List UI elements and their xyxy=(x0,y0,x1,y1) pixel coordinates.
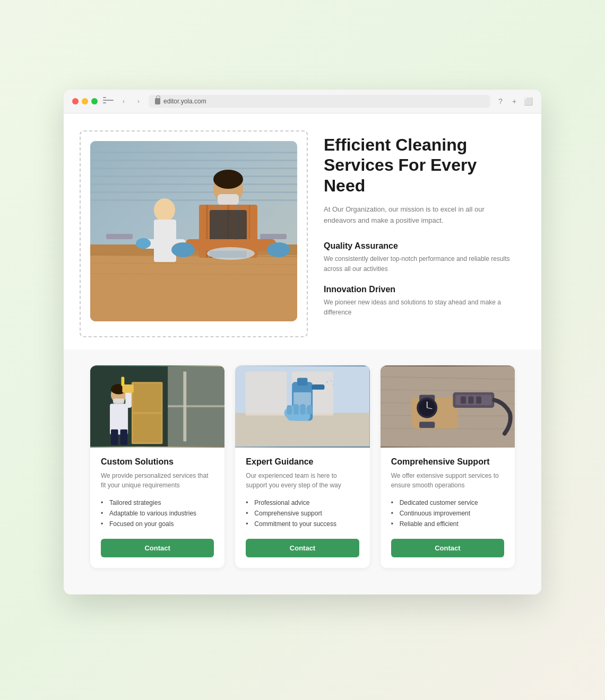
svg-rect-65 xyxy=(287,405,292,415)
add-tab-button[interactable]: + xyxy=(509,97,519,106)
svg-rect-68 xyxy=(307,405,313,415)
feature-innovation-title: Innovation Driven xyxy=(324,285,515,294)
browser-toolbar: ‹ › editor.yola.com ? + ⬜ xyxy=(64,90,541,113)
browser-actions: ? + ⬜ xyxy=(496,97,533,106)
extensions-button[interactable]: ⬜ xyxy=(523,97,533,106)
svg-rect-8 xyxy=(90,199,297,201)
svg-rect-85 xyxy=(461,397,466,404)
card-body-1: Custom Solutions We provide personalized… xyxy=(90,448,224,568)
sidebar-toggle-icon[interactable] xyxy=(103,97,114,106)
browser-window: ‹ › editor.yola.com ? + ⬜ xyxy=(64,90,541,595)
back-button[interactable]: ‹ xyxy=(119,97,128,106)
svg-rect-6 xyxy=(90,183,297,185)
svg-rect-53 xyxy=(246,372,287,416)
svg-rect-33 xyxy=(106,234,133,239)
svg-rect-87 xyxy=(476,397,481,404)
card-image-1 xyxy=(90,365,224,448)
card-desc-1: We provide personalized services that fi… xyxy=(101,471,214,490)
card-body-3: Comprehensive Support We offer extensive… xyxy=(381,448,515,568)
contact-button-1[interactable]: Contact xyxy=(101,539,214,557)
svg-point-59 xyxy=(326,381,329,383)
svg-point-17 xyxy=(136,238,151,249)
svg-rect-78 xyxy=(419,422,435,428)
card-list-1: Tailored strategies Adaptable to various… xyxy=(101,497,214,529)
svg-rect-1 xyxy=(90,141,297,247)
page-content: Efficient Cleaning Services For Every Ne… xyxy=(64,113,541,595)
svg-rect-34 xyxy=(260,234,287,239)
feature-quality-desc: We consistently deliver top-notch perfor… xyxy=(324,254,515,274)
browser-dots xyxy=(72,98,98,104)
contact-button-2[interactable]: Contact xyxy=(246,539,359,557)
svg-rect-67 xyxy=(300,404,306,414)
card-list-3: Dedicated customer service Continuous im… xyxy=(391,497,504,529)
svg-point-31 xyxy=(267,242,290,257)
svg-point-61 xyxy=(329,378,330,379)
cards-grid: Custom Solutions We provide personalized… xyxy=(90,365,515,568)
svg-rect-20 xyxy=(218,194,239,205)
feature-innovation: Innovation Driven We pioneer new ideas a… xyxy=(324,285,515,318)
svg-rect-40 xyxy=(133,383,161,412)
hero-text: Efficient Cleaning Services For Every Ne… xyxy=(324,135,515,329)
svg-point-14 xyxy=(154,198,175,222)
svg-rect-5 xyxy=(90,176,297,177)
svg-point-30 xyxy=(171,242,195,257)
card-title-1: Custom Solutions xyxy=(101,457,214,467)
svg-rect-46 xyxy=(111,430,118,445)
help-button[interactable]: ? xyxy=(496,97,505,106)
cards-section: Custom Solutions We provide personalized… xyxy=(64,349,541,594)
feature-quality: Quality Assurance We consistently delive… xyxy=(324,241,515,274)
card-image-2 xyxy=(235,365,369,448)
svg-rect-86 xyxy=(468,397,473,404)
feature-innovation-desc: We pioneer new ideas and solutions to st… xyxy=(324,298,515,318)
hero-image-container xyxy=(90,141,297,321)
svg-rect-66 xyxy=(293,404,299,414)
card-desc-3: We offer extensive support services to e… xyxy=(391,471,504,490)
dot-green[interactable] xyxy=(91,98,98,104)
card-image-3 xyxy=(381,365,515,448)
card-list-2: Professional advice Comprehensive suppor… xyxy=(246,497,359,529)
hero-section: Efficient Cleaning Services For Every Ne… xyxy=(64,113,541,350)
contact-button-3[interactable]: Contact xyxy=(391,539,504,557)
feature-quality-title: Quality Assurance xyxy=(324,241,515,251)
hero-title: Efficient Cleaning Services For Every Ne… xyxy=(324,135,515,196)
card-desc-2: Our experienced team is here to support … xyxy=(246,471,359,490)
list-item: Comprehensive support xyxy=(246,508,359,519)
hero-image xyxy=(90,141,297,321)
svg-rect-4 xyxy=(90,168,297,169)
svg-point-60 xyxy=(331,380,332,382)
svg-rect-58 xyxy=(312,384,325,390)
svg-point-19 xyxy=(213,170,243,189)
list-item: Tailored strategies xyxy=(101,497,214,508)
svg-rect-47 xyxy=(120,430,128,445)
list-item: Focused on your goals xyxy=(101,519,214,529)
svg-point-32 xyxy=(207,247,255,260)
list-item: Professional advice xyxy=(246,497,359,508)
card-comprehensive-support: Comprehensive Support We offer extensive… xyxy=(381,365,515,568)
card-expert-guidance: Expert Guidance Our experienced team is … xyxy=(235,365,369,568)
svg-line-75 xyxy=(381,428,515,429)
svg-rect-38 xyxy=(168,405,224,407)
dot-yellow[interactable] xyxy=(82,98,88,104)
hero-subtitle: At Our Organization, our mission is to e… xyxy=(324,204,515,226)
forward-button[interactable]: › xyxy=(134,97,143,106)
list-item: Adaptable to various industries xyxy=(101,508,214,519)
list-item: Reliable and efficient xyxy=(391,519,504,529)
list-item: Continuous improvement xyxy=(391,508,504,519)
svg-rect-2 xyxy=(90,152,297,153)
card-body-2: Expert Guidance Our experienced team is … xyxy=(235,448,369,568)
card-custom-solutions: Custom Solutions We provide personalized… xyxy=(90,365,224,568)
card-title-3: Comprehensive Support xyxy=(391,457,504,467)
card-title-2: Expert Guidance xyxy=(246,457,359,467)
list-item: Commitment to your success xyxy=(246,519,359,529)
url-text: editor.yola.com xyxy=(163,98,206,105)
address-bar[interactable]: editor.yola.com xyxy=(149,95,490,108)
svg-rect-56 xyxy=(297,378,307,386)
svg-point-62 xyxy=(333,384,334,386)
dot-red[interactable] xyxy=(72,98,79,104)
lock-icon xyxy=(155,98,160,104)
svg-rect-50 xyxy=(121,377,124,387)
svg-rect-3 xyxy=(90,160,297,161)
list-item: Dedicated customer service xyxy=(391,497,504,508)
svg-rect-44 xyxy=(113,399,124,404)
svg-rect-7 xyxy=(90,191,297,193)
